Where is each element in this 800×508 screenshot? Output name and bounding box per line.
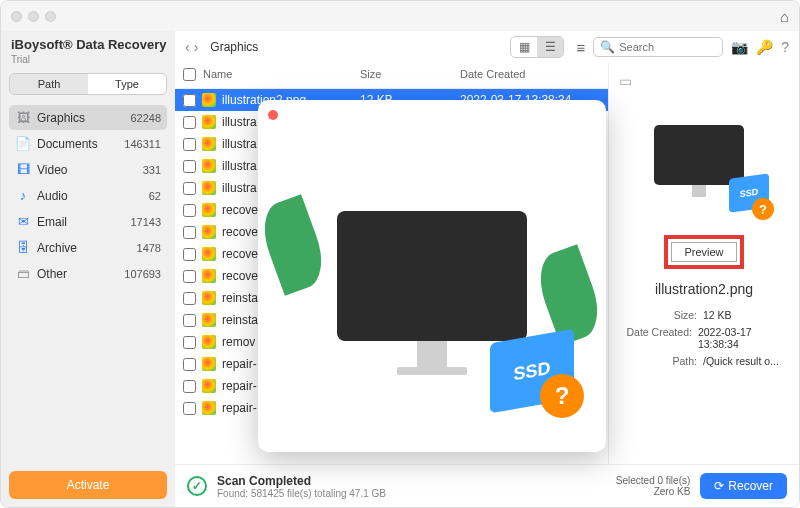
sidebar: iBoysoft® Data Recovery Trial Path Type … (1, 31, 175, 507)
row-checkbox[interactable] (183, 182, 196, 195)
grid-view-icon[interactable]: ▦ (511, 37, 537, 57)
sidebar-item-audio[interactable]: ♪Audio62 (9, 183, 167, 208)
row-checkbox[interactable] (183, 94, 196, 107)
meta-row: Path:/Quick result o... (619, 355, 789, 367)
sidebar-item-email[interactable]: ✉Email17143 (9, 209, 167, 234)
view-segmented[interactable]: Path Type (9, 73, 167, 95)
file-icon (202, 225, 216, 239)
search-icon: 🔍 (600, 40, 615, 54)
sidebar-toggle-icon[interactable]: ▭ (619, 73, 632, 89)
category-icon: 🎞 (15, 162, 31, 177)
row-checkbox[interactable] (183, 270, 196, 283)
file-icon (202, 379, 216, 393)
row-checkbox[interactable] (183, 204, 196, 217)
file-icon (202, 115, 216, 129)
home-icon[interactable]: ⌂ (780, 8, 789, 25)
key-icon[interactable]: 🔑 (756, 39, 773, 55)
col-date[interactable]: Date Created (460, 68, 600, 83)
list-view-icon[interactable]: ☰ (537, 37, 563, 57)
search-box[interactable]: 🔍 (593, 37, 723, 57)
row-checkbox[interactable] (183, 138, 196, 151)
row-checkbox[interactable] (183, 358, 196, 371)
recover-button[interactable]: ⟳ Recover (700, 473, 787, 499)
sidebar-item-graphics[interactable]: 🖼Graphics62248 (9, 105, 167, 130)
category-icon: 🗄 (15, 240, 31, 255)
row-checkbox[interactable] (183, 160, 196, 173)
sidebar-item-video[interactable]: 🎞Video331 (9, 157, 167, 182)
app-title: iBoysoft® Data Recovery (11, 37, 167, 52)
category-icon: 📄 (15, 136, 31, 151)
column-headers: Name Size Date Created (175, 63, 608, 89)
col-name[interactable]: Name (203, 68, 360, 83)
status-detail: Found: 581425 file(s) totaling 47.1 GB (217, 488, 606, 499)
breadcrumb: Graphics (210, 40, 258, 54)
preview-pane: ▭ SSD ? Preview illustration2.png Size:1… (609, 63, 799, 464)
file-icon (202, 401, 216, 415)
status-bar: ✓ Scan Completed Found: 581425 file(s) t… (175, 464, 799, 507)
col-size[interactable]: Size (360, 68, 460, 83)
seg-path[interactable]: Path (10, 74, 88, 94)
question-icon: ? (752, 198, 774, 220)
row-checkbox[interactable] (183, 402, 196, 415)
file-icon (202, 159, 216, 173)
preview-thumbnail: SSD ? (644, 125, 764, 215)
question-icon: ? (540, 374, 584, 418)
meta-row: Date Created:2022-03-17 13:38:34 (619, 326, 789, 350)
filter-icon[interactable]: ≡ (576, 39, 585, 56)
refresh-icon: ⟳ (714, 479, 724, 493)
window-controls[interactable] (11, 11, 56, 22)
preview-button[interactable]: Preview (671, 242, 736, 262)
row-checkbox[interactable] (183, 314, 196, 327)
row-checkbox[interactable] (183, 226, 196, 239)
toolbar: ‹ › Graphics ▦ ☰ ≡ 🔍 📷 🔑 ? (175, 31, 799, 63)
file-icon (202, 181, 216, 195)
preview-image: SSD ? (258, 100, 606, 452)
row-checkbox[interactable] (183, 336, 196, 349)
file-icon (202, 335, 216, 349)
meta-row: Size:12 KB (619, 309, 789, 321)
sidebar-item-other[interactable]: 🗃Other107693 (9, 261, 167, 286)
row-checkbox[interactable] (183, 380, 196, 393)
row-checkbox[interactable] (183, 248, 196, 261)
help-icon[interactable]: ? (781, 39, 789, 55)
titlebar: ⌂ (1, 1, 799, 31)
row-checkbox[interactable] (183, 116, 196, 129)
search-input[interactable] (619, 41, 716, 53)
file-icon (202, 291, 216, 305)
sidebar-item-documents[interactable]: 📄Documents146311 (9, 131, 167, 156)
file-icon (202, 137, 216, 151)
file-icon (202, 269, 216, 283)
category-icon: 🗃 (15, 266, 31, 281)
camera-icon[interactable]: 📷 (731, 39, 748, 55)
preview-popover[interactable]: SSD ? (258, 100, 606, 452)
selected-count: Selected 0 file(s) (616, 475, 690, 486)
select-all-checkbox[interactable] (183, 68, 196, 81)
sidebar-item-archive[interactable]: 🗄Archive1478 (9, 235, 167, 260)
nav-back-icon[interactable]: ‹ (185, 39, 190, 55)
category-icon: ✉ (15, 214, 31, 229)
file-icon (202, 313, 216, 327)
activate-button[interactable]: Activate (9, 471, 167, 499)
selected-size: Zero KB (616, 486, 690, 497)
check-icon: ✓ (187, 476, 207, 496)
preview-filename: illustration2.png (655, 281, 753, 297)
preview-button-highlight: Preview (664, 235, 743, 269)
file-icon (202, 93, 216, 107)
file-icon (202, 203, 216, 217)
category-icon: ♪ (15, 188, 31, 203)
file-icon (202, 247, 216, 261)
row-checkbox[interactable] (183, 292, 196, 305)
seg-type[interactable]: Type (88, 74, 166, 94)
nav-forward-icon[interactable]: › (194, 39, 199, 55)
status-title: Scan Completed (217, 474, 606, 488)
file-icon (202, 357, 216, 371)
app-subtitle: Trial (11, 54, 167, 65)
category-icon: 🖼 (15, 110, 31, 125)
